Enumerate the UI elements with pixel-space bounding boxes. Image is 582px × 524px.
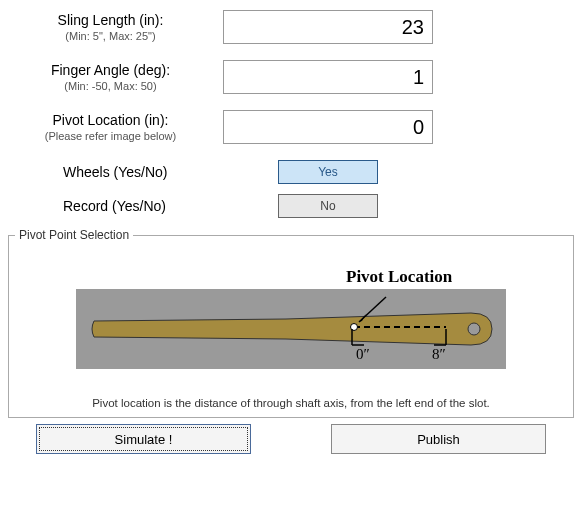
wheels-toggle[interactable]: Yes — [278, 160, 378, 184]
record-toggle[interactable]: No — [278, 194, 378, 218]
publish-button[interactable]: Publish — [331, 424, 546, 454]
pivot-diagram-caption: Pivot location is the distance of throug… — [15, 397, 567, 409]
finger-angle-hint: (Min: -50, Max: 50) — [8, 80, 213, 92]
pivot-diagram-svg: 0″ 8″ — [76, 289, 506, 369]
pivot-diagram: Pivot Location 0″ 8″ — [76, 289, 506, 369]
pivot-point-legend: Pivot Point Selection — [15, 228, 133, 242]
wheels-label: Wheels (Yes/No) — [8, 164, 278, 180]
tick-8-label: 8″ — [432, 346, 446, 362]
record-label: Record (Yes/No) — [8, 198, 278, 214]
finger-angle-input[interactable] — [223, 60, 433, 94]
svg-point-0 — [468, 323, 480, 335]
sling-length-hint: (Min: 5", Max: 25") — [8, 30, 213, 42]
sling-length-input[interactable] — [223, 10, 433, 44]
pivot-point-fieldset: Pivot Point Selection Pivot Location 0″ … — [8, 228, 574, 418]
pivot-diagram-title: Pivot Location — [346, 267, 452, 287]
pivot-location-label: Pivot Location (in): — [8, 112, 213, 128]
simulate-button[interactable]: Simulate ! — [36, 424, 251, 454]
finger-angle-label: Finger Angle (deg): — [8, 62, 213, 78]
pivot-location-hint: (Please refer image below) — [8, 130, 213, 142]
pivot-location-input[interactable] — [223, 110, 433, 144]
sling-length-label: Sling Length (in): — [8, 12, 213, 28]
tick-0-label: 0″ — [356, 346, 370, 362]
